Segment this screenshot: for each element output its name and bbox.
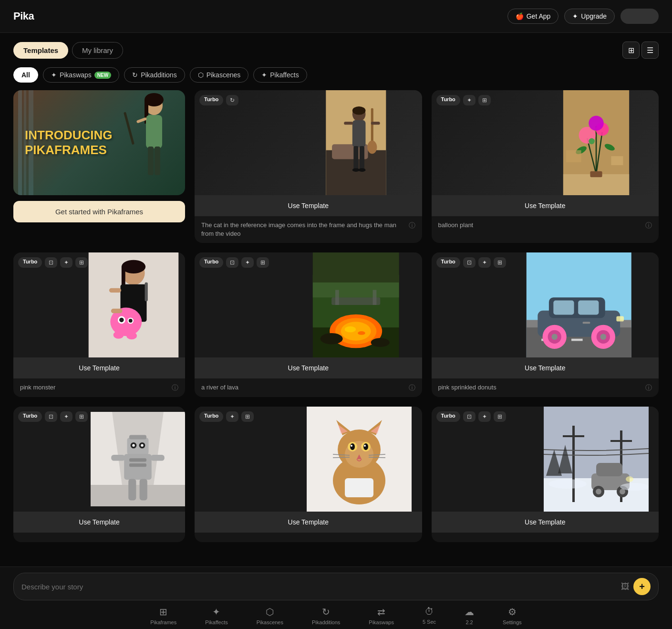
card-badges-balloon: Turbo ✦ ⊞ bbox=[436, 95, 491, 105]
icon-badge-lava-3: ⊞ bbox=[257, 257, 269, 268]
svg-rect-99 bbox=[128, 479, 136, 501]
svg-rect-89 bbox=[91, 485, 185, 506]
card-desc-robot bbox=[13, 533, 185, 542]
info-icon-man-hug[interactable]: ⓘ bbox=[409, 221, 415, 230]
svg-point-81 bbox=[552, 334, 558, 340]
pikascenes-nav-icon: ⬡ bbox=[266, 606, 274, 618]
use-template-button-lava[interactable]: Use Template bbox=[195, 357, 422, 378]
nav-item-pikadditions[interactable]: ↻ Pikadditions bbox=[312, 606, 340, 625]
woman-figure-icon bbox=[114, 90, 176, 195]
card-media-man-hug: Turbo ↻ bbox=[195, 90, 422, 195]
tab-templates[interactable]: Templates bbox=[13, 42, 68, 59]
template-card-snow: Turbo ⊡ ✦ ⊞ Use Template bbox=[432, 407, 659, 542]
icon-badge-1: ⊡ bbox=[45, 257, 57, 268]
svg-point-114 bbox=[363, 443, 368, 450]
compose-input[interactable] bbox=[21, 583, 615, 591]
pikaframes-label: Pikaframes bbox=[150, 619, 176, 625]
filter-pikascenes[interactable]: ⬡ Pikascenes bbox=[190, 67, 249, 83]
svg-rect-5 bbox=[155, 147, 160, 175]
nav-item-quality[interactable]: ☁ 2.2 bbox=[465, 606, 474, 625]
icon-badge-lava-1: ⊡ bbox=[226, 257, 238, 268]
info-icon-balloon[interactable]: ⓘ bbox=[645, 221, 652, 230]
card-media-pink-monster: Turbo ⊡ ✦ ⊞ bbox=[13, 252, 185, 357]
filter-pikaswaps[interactable]: ✦ Pikaswaps NEW bbox=[43, 67, 119, 83]
use-template-button-cat[interactable]: Use Template bbox=[195, 512, 422, 533]
content-row-3: Turbo ⊡ ✦ ⊞ Use Template bbox=[0, 407, 672, 542]
get-started-button[interactable]: Get started with Pikaframes bbox=[13, 201, 185, 222]
svg-rect-78 bbox=[579, 301, 599, 315]
get-app-button[interactable]: 🍎 Get App bbox=[507, 9, 559, 24]
svg-point-51 bbox=[126, 332, 137, 340]
svg-rect-3 bbox=[146, 115, 162, 148]
use-template-button-snow[interactable]: Use Template bbox=[432, 512, 659, 533]
card-badges-monster: Turbo ⊡ ✦ ⊞ bbox=[18, 257, 88, 268]
filter-all[interactable]: All bbox=[13, 67, 38, 83]
use-template-button-monster[interactable]: Use Template bbox=[13, 357, 185, 378]
avatar[interactable] bbox=[620, 9, 659, 24]
template-card-lava: Turbo ⊡ ✦ ⊞ Use Template a river of lava… bbox=[195, 252, 422, 397]
duration-icon: ⏱ bbox=[424, 606, 434, 617]
svg-rect-38 bbox=[566, 150, 581, 162]
svg-point-65 bbox=[358, 331, 365, 335]
nav-item-pikascenes[interactable]: ⬡ Pikascenes bbox=[257, 606, 283, 625]
turbo-badge-robot: Turbo bbox=[18, 411, 42, 422]
svg-point-47 bbox=[119, 318, 124, 322]
filter-pikadditions[interactable]: ↻ Pikadditions bbox=[124, 67, 185, 83]
use-template-button-robot[interactable]: Use Template bbox=[13, 512, 185, 533]
svg-point-135 bbox=[626, 476, 633, 482]
nav-item-settings[interactable]: ⚙ Settings bbox=[503, 606, 522, 625]
svg-rect-102 bbox=[129, 463, 146, 467]
pikaframes-icon: ⊞ bbox=[159, 606, 167, 618]
card-media-robot: Turbo ⊡ ✦ ⊞ bbox=[13, 407, 185, 512]
svg-rect-128 bbox=[610, 440, 632, 442]
info-icon-monster[interactable]: ⓘ bbox=[172, 384, 178, 392]
pikascenes-icon: ⬡ bbox=[198, 71, 204, 79]
cat-thumbnail-icon bbox=[297, 407, 422, 512]
icon-badge-cat-2: ⊞ bbox=[241, 411, 254, 422]
icon-badge-robot-1: ⊡ bbox=[45, 411, 57, 422]
content-row-2: Turbo ⊡ ✦ ⊞ Use Template pink monster ⓘ bbox=[0, 252, 672, 397]
upgrade-button[interactable]: ✦ Upgrade bbox=[564, 9, 615, 24]
icon-badge-snow-3: ⊞ bbox=[494, 411, 506, 422]
icon-badge-3: ⊞ bbox=[75, 257, 88, 268]
generate-button[interactable]: + bbox=[633, 578, 651, 595]
svg-point-64 bbox=[345, 326, 356, 333]
card-badges-man-hug: Turbo ↻ bbox=[199, 95, 238, 105]
list-view-button[interactable]: ☰ bbox=[641, 42, 659, 59]
svg-point-115 bbox=[351, 445, 352, 447]
card-media-car: Turbo ⊡ ✦ ⊞ bbox=[432, 252, 659, 357]
hero-image: INTRODUCING PIKAFRAMES bbox=[13, 90, 185, 195]
card-media-lava: Turbo ⊡ ✦ ⊞ bbox=[195, 252, 422, 357]
card-badges-snow: Turbo ⊡ ✦ ⊞ bbox=[436, 411, 506, 422]
card-media-snow: Turbo ⊡ ✦ ⊞ bbox=[432, 407, 659, 512]
car-thumbnail-icon bbox=[499, 252, 659, 357]
card-desc-monster: pink monster ⓘ bbox=[13, 378, 185, 397]
svg-point-94 bbox=[132, 444, 134, 447]
pikaffects-label: Pikaffects bbox=[205, 619, 228, 625]
svg-rect-59 bbox=[335, 290, 339, 305]
icon-badge-robot-3: ⊞ bbox=[75, 411, 88, 422]
svg-rect-98 bbox=[151, 455, 165, 461]
nav-item-pikaffects[interactable]: ✦ Pikaffects bbox=[205, 606, 228, 625]
icon-badge-car-1: ⊡ bbox=[463, 257, 476, 268]
info-icon-lava[interactable]: ⓘ bbox=[409, 384, 415, 392]
tab-group: Templates My library bbox=[13, 42, 123, 59]
nav-item-duration[interactable]: ⏱ 5 Sec bbox=[423, 606, 436, 625]
apple-icon: 🍎 bbox=[516, 12, 524, 20]
svg-rect-77 bbox=[554, 301, 574, 315]
use-template-button-car[interactable]: Use Template bbox=[432, 357, 659, 378]
template-card-man-hug: Turbo ↻ Use Template The cat in the refe… bbox=[195, 90, 422, 243]
tab-my-library[interactable]: My library bbox=[72, 42, 123, 59]
grid-view-button[interactable]: ⊞ bbox=[622, 42, 640, 59]
filter-pikaffects[interactable]: ✦ Pikaffects bbox=[253, 67, 307, 83]
svg-point-66 bbox=[320, 333, 343, 345]
info-icon-car[interactable]: ⓘ bbox=[645, 384, 652, 392]
nav-item-pikaswaps[interactable]: ⇄ Pikaswaps bbox=[369, 606, 394, 625]
image-upload-button[interactable]: 🖼 bbox=[621, 582, 630, 592]
svg-rect-19 bbox=[353, 146, 358, 170]
svg-rect-96 bbox=[124, 454, 152, 480]
nav-item-pikaframes[interactable]: ⊞ Pikaframes bbox=[150, 606, 176, 625]
use-template-button-man-hug[interactable]: Use Template bbox=[195, 195, 422, 216]
pikaswaps-label: Pikaswaps bbox=[369, 619, 394, 625]
use-template-button-balloon[interactable]: Use Template bbox=[432, 195, 659, 216]
